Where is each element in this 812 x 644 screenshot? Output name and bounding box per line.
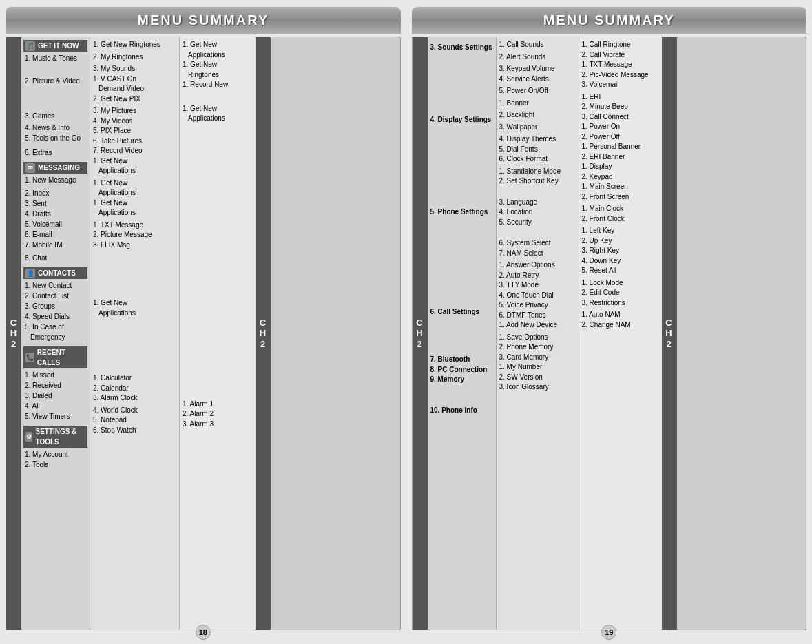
page-right-title: MENU SUMMARY	[415, 12, 804, 28]
r-section-memory: 9. Memory	[430, 375, 493, 385]
r-section-info: 10. Phone Info	[430, 406, 493, 416]
settings-tools-label: ⚙ SETTINGS & TOOLS	[23, 426, 87, 448]
r-section-sounds: 3. Sounds Settings	[430, 43, 493, 53]
ch2-right-left-label: C H 2	[256, 37, 271, 630]
page-number-right: 19	[601, 625, 616, 640]
get-it-now-items: 1. Music & Tones 2. Picture & Video 3. G…	[23, 53, 87, 158]
r-section-bluetooth: 7. Bluetooth	[430, 355, 493, 365]
ch2-right-left-side: C H 2	[413, 37, 428, 630]
page-left-title: MENU SUMMARY	[8, 12, 398, 28]
right-content-area: C H 2 3. Sounds Settings 4. Display Sett…	[412, 37, 807, 630]
right-col1: 3. Sounds Settings 4. Display Settings 5…	[428, 37, 497, 630]
contacts-icon: 👤	[25, 269, 35, 278]
messaging-label: ✉ MESSAGING	[23, 162, 87, 174]
page-left-header: MENU SUMMARY	[6, 7, 401, 34]
section-messaging: ✉ MESSAGING 1. New Message 2. Inbox 3. S…	[23, 162, 87, 263]
r-section-display: 4. Display Settings	[430, 115, 493, 125]
recent-calls-items: 1. Missed 2. Received 3. Dialed 4. All 5…	[23, 370, 87, 422]
right-col3: 1. Call Ringtone 2. Call Vibrate 1. TXT …	[579, 37, 662, 630]
recent-calls-label: 📞 RECENT CALLS	[23, 346, 87, 368]
contacts-label: 👤 CONTACTS	[23, 267, 87, 279]
section-settings-tools: ⚙ SETTINGS & TOOLS 1. My Account 2. Tool…	[23, 426, 87, 470]
settings-tools-items: 1. My Account 2. Tools	[23, 449, 87, 470]
left-col3: 1. Get New Applications 1. Get New Ringt…	[180, 37, 256, 630]
right-col2: 1. Call Sounds 2. Alert Sounds 3. Keypad…	[497, 37, 579, 630]
contacts-items: 1. New Contact 2. Contact List 3. Groups…	[23, 280, 87, 342]
settings-tools-icon: ⚙	[25, 432, 32, 442]
r-section-phone: 5. Phone Settings	[430, 207, 493, 218]
page-number-left: 18	[196, 625, 211, 640]
left-col2: 1. Get New Ringtones 2. My Ringtones 3. …	[90, 37, 180, 630]
page-left: MENU SUMMARY C H 2 🎵 GET IT NOW 1. Music…	[0, 0, 406, 644]
get-it-now-icon: 🎵	[25, 41, 35, 51]
get-it-now-label: 🎵 GET IT NOW	[23, 40, 87, 52]
messaging-icon: ✉	[25, 163, 35, 173]
section-recent-calls: 📞 RECENT CALLS 1. Missed 2. Received 3. …	[23, 346, 87, 422]
ch2-left-label: C H 2	[6, 37, 21, 630]
r-section-call: 6. Call Settings	[430, 307, 493, 318]
r-section-pc: 8. PC Connection	[430, 365, 493, 375]
section-get-it-now: 🎵 GET IT NOW 1. Music & Tones 2. Picture…	[23, 40, 87, 158]
recent-calls-icon: 📞	[25, 353, 34, 362]
messaging-items: 1. New Message 2. Inbox 3. Sent 4. Draft…	[23, 175, 87, 263]
ch2-right-right-label: C H 2	[662, 37, 677, 630]
left-content-area: C H 2 🎵 GET IT NOW 1. Music & Tones 2. P…	[6, 37, 401, 630]
page-right: MENU SUMMARY C H 2 3. Sounds Settings 4.…	[406, 0, 813, 644]
left-col1: 🎵 GET IT NOW 1. Music & Tones 2. Picture…	[21, 37, 90, 630]
page-right-header: MENU SUMMARY	[412, 7, 807, 34]
section-contacts: 👤 CONTACTS 1. New Contact 2. Contact Lis…	[23, 267, 87, 342]
